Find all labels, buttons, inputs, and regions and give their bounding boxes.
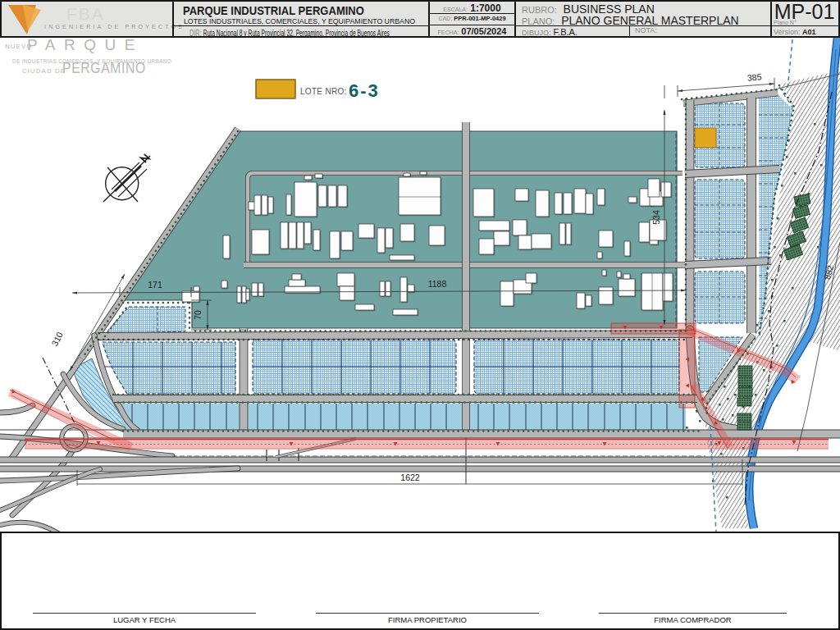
svg-text:6-3: 6-3 [349,80,380,101]
svg-text:70: 70 [193,310,203,320]
svg-text:LOTE NRO:: LOTE NRO: [300,87,347,96]
svg-text:1622: 1622 [400,472,420,482]
svg-text:534: 534 [651,210,661,225]
svg-text:1188: 1188 [428,279,447,289]
svg-text:385: 385 [746,71,762,82]
svg-text:171: 171 [148,280,162,290]
svg-text:310: 310 [49,330,65,347]
